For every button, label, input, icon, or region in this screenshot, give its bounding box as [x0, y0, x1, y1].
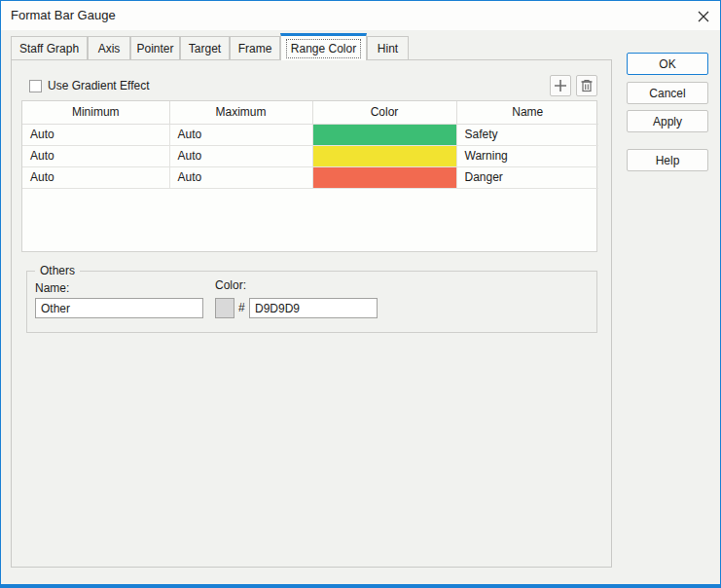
- cancel-button[interactable]: Cancel: [627, 82, 708, 104]
- cell-name[interactable]: Safety: [456, 124, 598, 145]
- plus-icon: [554, 79, 567, 92]
- delete-range-button[interactable]: [576, 75, 597, 96]
- other-name-input[interactable]: [35, 298, 203, 318]
- ok-button[interactable]: OK: [627, 53, 708, 75]
- apply-button[interactable]: Apply: [627, 110, 708, 132]
- color-field-label: Color:: [215, 278, 246, 292]
- cell-color-swatch[interactable]: [312, 166, 456, 188]
- tab-range-color[interactable]: Range Color: [280, 33, 367, 60]
- cell-maximum[interactable]: Auto: [169, 166, 312, 188]
- cell-minimum[interactable]: Auto: [22, 124, 169, 145]
- others-group-legend: Others: [35, 264, 80, 277]
- cell-minimum[interactable]: Auto: [22, 166, 169, 188]
- cell-color-swatch[interactable]: [312, 145, 456, 166]
- tab-hint[interactable]: Hint: [367, 36, 409, 59]
- column-header-name[interactable]: Name: [456, 101, 598, 124]
- table-header-row: Minimum Maximum Color Name: [22, 101, 598, 124]
- range-table: Minimum Maximum Color Name Auto Auto Saf…: [21, 100, 597, 252]
- tab-pointer[interactable]: Pointer: [130, 36, 180, 59]
- column-header-maximum[interactable]: Maximum: [169, 101, 312, 124]
- cell-name[interactable]: Danger: [456, 166, 598, 188]
- format-bar-gauge-dialog: Format Bar Gauge Staff Graph Axis Pointe…: [0, 0, 721, 588]
- use-gradient-effect-checkbox[interactable]: [29, 80, 42, 92]
- column-header-color[interactable]: Color: [312, 101, 456, 124]
- close-icon[interactable]: [696, 9, 710, 23]
- tab-staff-graph[interactable]: Staff Graph: [11, 36, 88, 59]
- cell-name[interactable]: Warning: [456, 145, 598, 166]
- add-range-button[interactable]: [550, 75, 571, 96]
- tab-axis[interactable]: Axis: [88, 36, 130, 59]
- use-gradient-effect-row: Use Gradient Effect: [29, 79, 150, 92]
- hex-hash-label: #: [238, 301, 245, 314]
- other-color-hex-input[interactable]: [249, 298, 378, 318]
- tab-target[interactable]: Target: [180, 36, 230, 59]
- others-group: Others Name: Color: #: [26, 271, 597, 333]
- range-color-panel: Use Gradient Effect: [11, 59, 612, 568]
- table-row[interactable]: Auto Auto Danger: [22, 166, 598, 188]
- cell-minimum[interactable]: Auto: [22, 145, 169, 166]
- title-bar: Format Bar Gauge: [1, 1, 720, 30]
- table-row[interactable]: Auto Auto Safety: [22, 124, 598, 145]
- use-gradient-effect-label: Use Gradient Effect: [48, 79, 150, 92]
- column-header-minimum[interactable]: Minimum: [22, 101, 169, 124]
- trash-icon: [580, 79, 594, 92]
- tab-frame[interactable]: Frame: [230, 36, 280, 59]
- table-row[interactable]: Auto Auto Warning: [22, 145, 598, 166]
- cell-maximum[interactable]: Auto: [169, 145, 312, 166]
- cell-color-swatch[interactable]: [312, 124, 456, 145]
- name-field-label: Name:: [35, 281, 69, 295]
- cell-maximum[interactable]: Auto: [169, 124, 312, 145]
- help-button[interactable]: Help: [627, 149, 708, 171]
- window-title: Format Bar Gauge: [11, 1, 116, 30]
- other-color-swatch[interactable]: [215, 298, 234, 318]
